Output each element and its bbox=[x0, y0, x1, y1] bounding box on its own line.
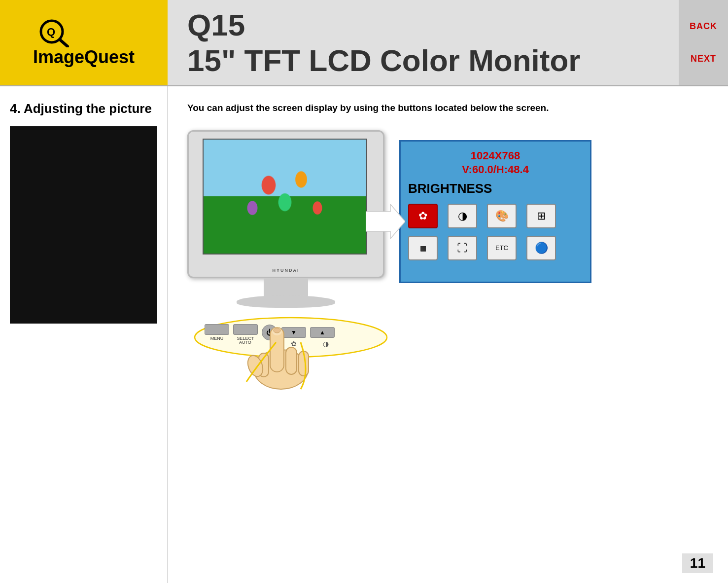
logo-area: Q ImageQuest bbox=[0, 0, 168, 85]
sidebar-section-title: 4. Adjusting the picture bbox=[10, 101, 157, 116]
osd-icon-brightness: ✿ bbox=[408, 204, 438, 228]
osd-icon-contrast: ◑ bbox=[448, 204, 477, 228]
monitor-stand bbox=[264, 278, 308, 298]
nav-area: BACK NEXT bbox=[679, 0, 728, 85]
osd-panel: 1024X768 V:60.0/H:48.4 BRIGHTNESS ✿ ◑ 🎨 … bbox=[399, 140, 591, 283]
content-area: You can adjust the screen display by usi… bbox=[168, 86, 728, 583]
menu-btn-group: MENU bbox=[205, 324, 229, 341]
osd-resolution: 1024X768 V:60.0/H:48.4 bbox=[408, 149, 583, 177]
back-button[interactable]: BACK bbox=[690, 21, 717, 32]
main-content: 4. Adjusting the picture You can adjust … bbox=[0, 86, 728, 583]
sidebar: 4. Adjusting the picture bbox=[0, 86, 168, 583]
osd-icons-row1: ✿ ◑ 🎨 ⊞ bbox=[408, 204, 583, 228]
arrow-indicator bbox=[366, 204, 405, 241]
osd-icon-color: 🎨 bbox=[487, 204, 517, 228]
title-area: Q15 15" TFT LCD Color Monitor bbox=[168, 0, 679, 85]
svg-point-12 bbox=[274, 328, 280, 333]
svg-rect-8 bbox=[299, 351, 309, 376]
osd-icon-geometry: ⛶ bbox=[448, 236, 477, 260]
svg-marker-4 bbox=[366, 204, 405, 239]
logo-icon: Q bbox=[33, 18, 77, 47]
monitor-screen bbox=[203, 139, 368, 255]
sidebar-black-panel bbox=[10, 126, 157, 324]
osd-icon-position: ⊞ bbox=[526, 204, 556, 228]
monitor-body: HYUNDAI bbox=[187, 130, 384, 278]
svg-rect-7 bbox=[286, 347, 297, 374]
osd-icon-moire: ▦ bbox=[408, 236, 438, 260]
page-number: 11 bbox=[682, 553, 713, 573]
content-description: You can adjust the screen display by usi… bbox=[187, 101, 591, 115]
svg-line-1 bbox=[60, 39, 68, 46]
logo-quest: Quest bbox=[84, 47, 135, 67]
hand-illustration bbox=[232, 298, 340, 406]
svg-text:Q: Q bbox=[47, 26, 55, 38]
next-button[interactable]: NEXT bbox=[691, 54, 716, 64]
arrow-svg bbox=[366, 204, 405, 239]
osd-menu-label: BRIGHTNESS bbox=[408, 181, 583, 196]
osd-icons-row2: ▦ ⛶ ETC 🔵 bbox=[408, 236, 583, 260]
monitor-diagram: HYUNDAI MENU bbox=[187, 130, 708, 387]
osd-icon-etc: ETC bbox=[487, 236, 517, 260]
header: Q ImageQuest Q15 15" TFT LCD Color Monit… bbox=[0, 0, 728, 86]
monitor-brand-label: HYUNDAI bbox=[272, 268, 299, 273]
hand-svg bbox=[232, 298, 330, 397]
balloons-image bbox=[204, 140, 367, 254]
page-title: Q15 15" TFT LCD Color Monitor bbox=[187, 7, 580, 78]
osd-icon-info: 🔵 bbox=[526, 236, 556, 260]
logo-image: Image bbox=[33, 47, 84, 67]
